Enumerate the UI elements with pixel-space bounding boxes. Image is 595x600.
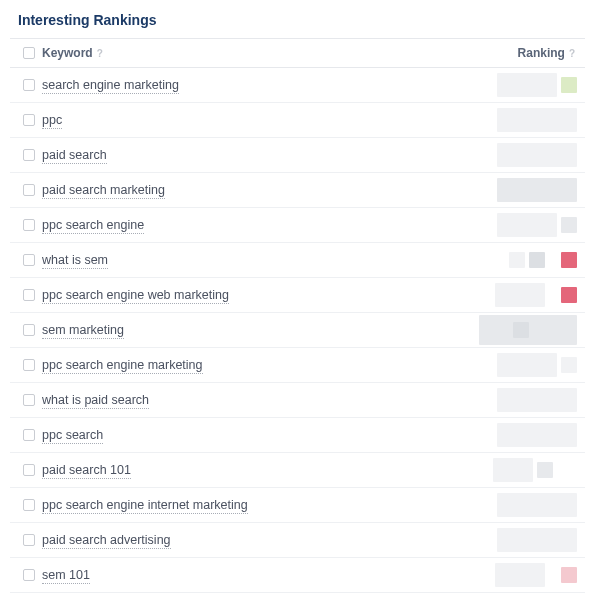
keyword-cell[interactable]: ppc search engine web marketing: [42, 288, 479, 302]
keyword-cell[interactable]: paid search advertising: [42, 533, 479, 547]
ranking-block: [529, 252, 545, 268]
select-all-checkbox[interactable]: [23, 47, 35, 59]
rankings-table: Interesting Rankings Keyword ? Ranking ?…: [0, 0, 595, 593]
row-checkbox[interactable]: [23, 499, 35, 511]
row-checkbox[interactable]: [23, 429, 35, 441]
ranking-bar: [497, 73, 557, 97]
help-icon[interactable]: ?: [97, 48, 103, 59]
keyword-cell[interactable]: paid search 101: [42, 463, 479, 477]
keyword-cell[interactable]: search engine marketing: [42, 78, 479, 92]
checkbox-cell: [16, 534, 42, 546]
row-checkbox[interactable]: [23, 464, 35, 476]
table-row: ppc search engine: [10, 208, 585, 243]
keyword-cell[interactable]: paid search: [42, 148, 479, 162]
keyword-text: sem 101: [42, 568, 90, 584]
checkbox-cell: [16, 254, 42, 266]
keyword-text: ppc search engine: [42, 218, 144, 234]
ranking-cell: [479, 348, 579, 382]
keyword-cell[interactable]: ppc search engine marketing: [42, 358, 479, 372]
keyword-text: ppc: [42, 113, 62, 129]
keyword-text: paid search advertising: [42, 533, 171, 549]
checkbox-cell: [16, 429, 42, 441]
table-row: what is sem: [10, 243, 585, 278]
keyword-cell[interactable]: ppc search: [42, 428, 479, 442]
ranking-bar: [497, 388, 577, 412]
ranking-cell: [479, 208, 579, 242]
column-header-keyword[interactable]: Keyword ?: [42, 46, 479, 60]
row-checkbox[interactable]: [23, 359, 35, 371]
ranking-block: [537, 462, 553, 478]
keyword-text: ppc search engine internet marketing: [42, 498, 248, 514]
keyword-text: paid search 101: [42, 463, 131, 479]
ranking-bar: [497, 178, 577, 202]
row-checkbox[interactable]: [23, 289, 35, 301]
keyword-cell[interactable]: sem marketing: [42, 323, 479, 337]
select-all-cell: [16, 47, 42, 59]
row-checkbox[interactable]: [23, 394, 35, 406]
checkbox-cell: [16, 464, 42, 476]
row-checkbox[interactable]: [23, 324, 35, 336]
keyword-text: ppc search engine web marketing: [42, 288, 229, 304]
ranking-block: [561, 252, 577, 268]
ranking-bar: [497, 213, 557, 237]
checkbox-cell: [16, 499, 42, 511]
keyword-text: paid search: [42, 148, 107, 164]
table-row: search engine marketing: [10, 68, 585, 103]
ranking-cell: [479, 103, 579, 137]
ranking-block: [513, 322, 529, 338]
row-checkbox[interactable]: [23, 149, 35, 161]
row-checkbox[interactable]: [23, 184, 35, 196]
keyword-cell[interactable]: what is paid search: [42, 393, 479, 407]
table-row: ppc search engine web marketing: [10, 278, 585, 313]
ranking-block: [509, 252, 525, 268]
keyword-cell[interactable]: ppc search engine internet marketing: [42, 498, 479, 512]
ranking-cell: [479, 558, 579, 592]
table-row: paid search advertising: [10, 523, 585, 558]
row-checkbox[interactable]: [23, 254, 35, 266]
keyword-text: paid search marketing: [42, 183, 165, 199]
row-checkbox[interactable]: [23, 219, 35, 231]
table-row: ppc: [10, 103, 585, 138]
ranking-bar: [493, 458, 533, 482]
ranking-bar: [497, 493, 577, 517]
ranking-bar: [495, 563, 545, 587]
keyword-cell[interactable]: what is sem: [42, 253, 479, 267]
keyword-text: what is sem: [42, 253, 108, 269]
help-icon[interactable]: ?: [569, 48, 575, 59]
column-label: Keyword: [42, 46, 93, 60]
checkbox-cell: [16, 359, 42, 371]
column-header-ranking[interactable]: Ranking ?: [479, 46, 579, 60]
keyword-cell[interactable]: ppc: [42, 113, 479, 127]
checkbox-cell: [16, 219, 42, 231]
ranking-cell: [479, 278, 579, 312]
table-row: ppc search: [10, 418, 585, 453]
table-row: what is paid search: [10, 383, 585, 418]
table-body: search engine marketingppcpaid searchpai…: [10, 68, 585, 593]
row-checkbox[interactable]: [23, 534, 35, 546]
ranking-block: [561, 77, 577, 93]
row-checkbox[interactable]: [23, 79, 35, 91]
keyword-cell[interactable]: paid search marketing: [42, 183, 479, 197]
ranking-block: [561, 567, 577, 583]
checkbox-cell: [16, 79, 42, 91]
ranking-block: [561, 357, 577, 373]
table-row: ppc search engine marketing: [10, 348, 585, 383]
keyword-text: sem marketing: [42, 323, 124, 339]
checkbox-cell: [16, 569, 42, 581]
ranking-cell: [479, 68, 579, 102]
keyword-cell[interactable]: ppc search engine: [42, 218, 479, 232]
row-checkbox[interactable]: [23, 569, 35, 581]
ranking-bar: [497, 108, 577, 132]
keyword-cell[interactable]: sem 101: [42, 568, 479, 582]
checkbox-cell: [16, 394, 42, 406]
column-label: Ranking: [518, 46, 565, 60]
table-header: Keyword ? Ranking ?: [10, 38, 585, 68]
ranking-cell: [479, 488, 579, 522]
ranking-cell: [479, 418, 579, 452]
ranking-bar: [497, 143, 577, 167]
ranking-block: [561, 217, 577, 233]
ranking-cell: [479, 173, 579, 207]
row-checkbox[interactable]: [23, 114, 35, 126]
checkbox-cell: [16, 114, 42, 126]
table-row: paid search marketing: [10, 173, 585, 208]
